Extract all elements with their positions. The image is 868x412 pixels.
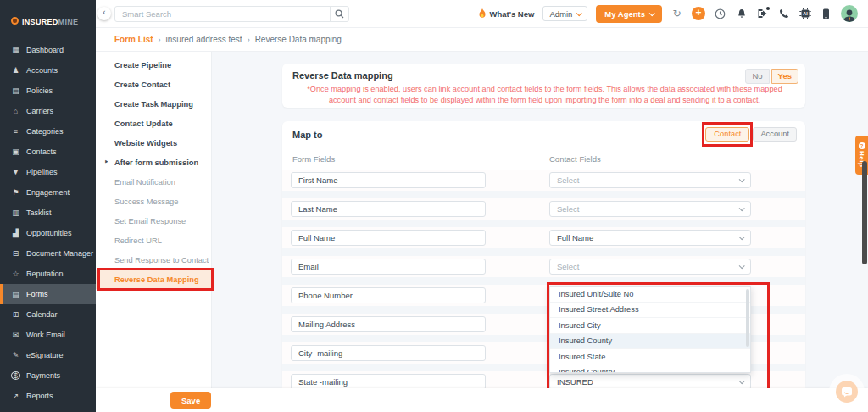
esignature-icon: ✎ [11, 351, 20, 359]
chevron-down-icon [739, 263, 745, 269]
subnav-create-pipeline[interactable]: Create Pipeline [96, 55, 211, 75]
sidebar-item-contacts[interactable]: ▣Contacts [0, 142, 96, 162]
table-row: State -mailing INSURED [282, 371, 805, 388]
sidebar-item-forms[interactable]: ▤Forms [0, 284, 96, 304]
search-button[interactable] [330, 6, 348, 22]
subnav-after-form-submission[interactable]: ‣After form submission [96, 153, 211, 172]
sidebar-item-engagement[interactable]: ⚑Engagement [0, 182, 96, 203]
contact-field-select-insured[interactable]: INSURED [549, 374, 751, 388]
dropdown-option[interactable]: Insured Unit/Suite No [550, 287, 750, 303]
sidebar-item-esignature[interactable]: ✎eSignature [0, 345, 96, 365]
chat-bubble-icon [841, 387, 853, 398]
chat-widget-button[interactable] [836, 381, 858, 403]
opportunities-icon: ▟ [11, 229, 20, 237]
tab-contact[interactable]: Contact [705, 127, 749, 142]
forms-icon: ▤ [11, 290, 20, 298]
sidebar-item-document-manager[interactable]: ⊟Document Manager [0, 243, 96, 264]
contact-field-select[interactable]: Select [549, 172, 751, 188]
dropdown-option[interactable]: Insured Street Address [550, 303, 750, 319]
logo-icon [11, 17, 19, 25]
form-field-state-mailing[interactable]: State -mailing [291, 374, 486, 388]
subnav-send-response-to-contact[interactable]: Send Response to Contact [96, 250, 211, 270]
sidebar-item-opportunities[interactable]: ▟Opportunities [0, 223, 96, 243]
svg-text:AI: AI [803, 11, 808, 16]
flame-icon [478, 8, 487, 19]
breadcrumb-current-page: Reverse Data mapping [255, 35, 342, 44]
sidebar-item-reputation[interactable]: ☆Reputation [0, 264, 96, 284]
pipelines-icon: ▼ [11, 168, 20, 176]
dropdown-option-highlighted[interactable]: Insured County [550, 334, 750, 350]
work-email-icon: ✉ [11, 331, 20, 339]
toggle-no-button[interactable]: No [745, 69, 769, 84]
page-scrollbar-thumb[interactable] [862, 161, 867, 264]
history-clock-icon[interactable] [714, 8, 726, 20]
sidebar-item-reports[interactable]: ↗Reports [0, 386, 96, 406]
sidebar-item-carriers[interactable]: ⌂Carriers [0, 101, 96, 121]
sidebar-item-payments[interactable]: $Payments [0, 365, 96, 386]
dropdown-option[interactable]: Insured City [550, 318, 750, 334]
accounts-icon: ♟ [11, 66, 20, 75]
subnav-success-message[interactable]: Success Message [96, 192, 211, 211]
breadcrumb-form-list[interactable]: Form List [114, 35, 153, 44]
breadcrumb-form-name[interactable]: insured address test [166, 35, 242, 44]
contact-field-select[interactable]: Full Name [549, 230, 751, 246]
sidebar-item-accounts[interactable]: ♟Accounts [0, 60, 96, 81]
refresh-icon[interactable]: ↻ [670, 8, 683, 20]
breadcrumb-separator: › [248, 36, 250, 44]
sidebar-item-pipelines[interactable]: ▼Pipelines [0, 162, 96, 182]
categories-icon: ≡ [11, 127, 20, 136]
form-field-city-mailing[interactable]: City -mailing [291, 345, 486, 361]
admin-dropdown[interactable]: Admin [542, 6, 587, 21]
toggle-yes-button[interactable]: Yes [771, 69, 798, 84]
form-field-mailing-address[interactable]: Mailing Address [291, 316, 486, 332]
subnav-redirect-url[interactable]: Redirect URL [96, 231, 211, 250]
form-field-first-name[interactable]: First Name [291, 172, 486, 188]
add-button[interactable]: + [692, 7, 705, 20]
app-window: INSUREDMINE ▦Dashboard ♟Accounts ▤Polici… [0, 0, 868, 412]
form-field-full-name[interactable]: Full Name [291, 230, 486, 246]
form-field-email[interactable]: Email [291, 259, 486, 275]
tab-account[interactable]: Account [753, 127, 797, 142]
policies-icon: ▤ [11, 86, 20, 95]
subnav-website-widgets[interactable]: Website Widgets [96, 133, 211, 153]
subnav-set-email-response[interactable]: Set Email Response [96, 211, 211, 231]
dropdown-option[interactable]: Insured Country [550, 365, 750, 374]
insuredmine-logo: INSUREDMINE [0, 0, 96, 28]
sidebar-item-tasklist[interactable]: ▥Tasklist [0, 203, 96, 223]
reports-icon: ↗ [11, 392, 20, 400]
logout-icon[interactable] [756, 8, 769, 20]
chevron-down-icon [649, 10, 655, 16]
sidebar-item-categories[interactable]: ≡Categories [0, 121, 96, 142]
sidebar-item-dashboard[interactable]: ▦Dashboard [0, 40, 96, 60]
ai-assistant-icon[interactable]: AI [798, 8, 811, 20]
contact-field-select[interactable]: Select [549, 201, 751, 217]
dropdown-option[interactable]: Insured State [550, 349, 750, 365]
chevron-down-icon [739, 176, 745, 182]
form-field-phone-number[interactable]: Phone Number [291, 287, 486, 303]
sidebar-item-policies[interactable]: ▤Policies [0, 81, 96, 101]
sidebar-item-settings[interactable]: ⚙Settings [0, 406, 96, 412]
search-input[interactable] [115, 9, 330, 19]
user-avatar[interactable] [841, 5, 858, 22]
breadcrumb: Form List › insured address test › Rever… [96, 28, 868, 52]
sidebar-collapse-button[interactable]: ‹ [97, 7, 111, 20]
column-form-fields: Form Fields [282, 154, 549, 164]
subnav-contact-update[interactable]: Contact Update [96, 114, 211, 133]
whats-new-link[interactable]: What's New [478, 8, 534, 19]
dropdown-scrollbar[interactable] [746, 289, 749, 347]
subnav-create-task-mapping[interactable]: Create Task Mapping [96, 94, 211, 114]
mobile-device-icon[interactable] [820, 8, 832, 20]
sidebar-item-work-email[interactable]: ✉Work Email [0, 325, 96, 345]
my-agents-button[interactable]: My Agents [596, 5, 662, 23]
notifications-bell-icon[interactable] [735, 8, 748, 20]
search-icon [335, 9, 344, 19]
subnav-reverse-data-mapping[interactable]: Reverse Data Mapping [96, 270, 211, 289]
phone-icon[interactable] [777, 8, 790, 20]
sidebar-item-calendar[interactable]: ⊞Calendar [0, 304, 96, 325]
save-button[interactable]: Save [170, 392, 211, 409]
subnav-email-notification[interactable]: Email Notification [96, 172, 211, 192]
subnav-create-contact[interactable]: Create Contact [96, 75, 211, 94]
contact-field-select[interactable]: Select [549, 259, 751, 275]
form-field-last-name[interactable]: Last Name [291, 201, 486, 217]
main-content: Reverse Data mapping No Yes *Once mappin… [212, 52, 868, 388]
